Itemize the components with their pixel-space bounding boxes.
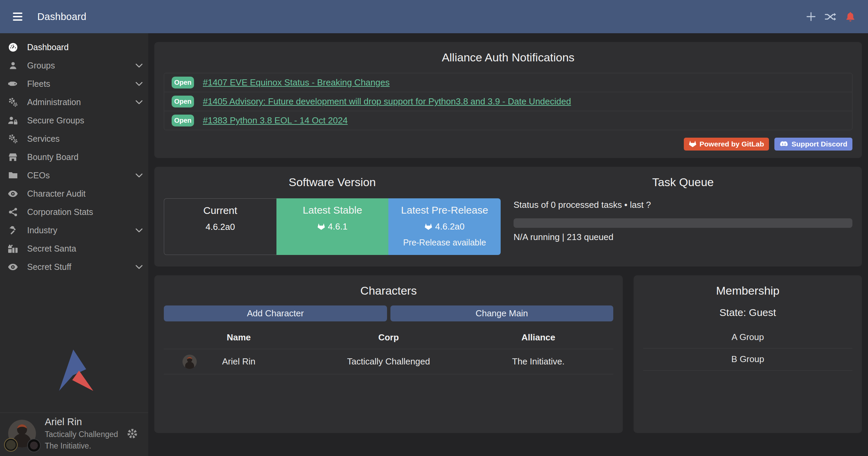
task-queue-section: Task Queue Status of 0 processed tasks •… [508,176,852,255]
latest-prerelease-value: 4.6.2a0 [435,221,465,232]
group-item: B Group [643,349,852,371]
discord-badge-label: Support Discord [791,140,847,148]
chevron-down-icon [135,173,143,178]
membership-panel: Membership State: Guest A Group B Group [634,275,862,433]
membership-groups-list: A Group B Group [643,326,852,371]
gears-icon [7,134,18,144]
sidebar-item-label: Secure Groups [27,116,84,125]
sidebar-item-industry[interactable]: Industry [0,221,148,239]
shuttle-icon [7,79,18,88]
gauge-icon [7,42,18,52]
sidebar-item-dashboard[interactable]: Dashboard [0,38,148,56]
chevron-down-icon [135,265,143,269]
gears-icon [7,97,18,107]
notification-row: Open#1383 Python 3.8 EOL - 14 Oct 2024 [164,111,852,130]
add-character-button[interactable]: Add Character [164,305,387,321]
col-header-name: Name [164,328,314,349]
sidebar-item-ceos[interactable]: CEOs [0,166,148,184]
change-main-button[interactable]: Change Main [390,305,614,321]
user-avatar[interactable] [8,420,36,448]
group-item: A Group [643,326,852,349]
sidebar-item-fleets[interactable]: Fleets [0,75,148,93]
sidebar-item-label: CEOs [27,171,50,180]
version-and-taskqueue-panel: Software Version Current 4.6.2a0 Latest … [154,167,862,266]
status-badge: Open [172,96,194,107]
eye-icon [7,263,18,271]
powered-by-gitlab-badge[interactable]: Powered by GitLab [684,138,769,151]
status-badge: Open [172,77,194,88]
sidebar-item-label: Bounty Board [27,152,79,162]
character-portrait [182,355,197,369]
sidebar-item-label: Character Audit [27,189,85,199]
eye-icon [7,190,18,197]
notification-row: Open#1405 Advisory: Future development w… [164,92,852,111]
sidebar-item-secret-santa[interactable]: Secret Santa [0,239,148,258]
latest-stable-box: Latest Stable 4.6.1 [276,198,389,255]
col-header-corp: Corp [314,328,464,349]
sidebar-item-label: Dashboard [27,42,69,52]
task-queue-progressbar [514,218,852,228]
notifications-list: Open#1407 EVE Equinox Status - Breaking … [164,73,852,130]
sidebar-item-label: Groups [27,61,55,71]
share-nodes-icon [7,207,18,217]
notifications-title: Alliance Auth Notifications [164,51,852,64]
chevron-down-icon [135,63,143,68]
sidebar: DashboardGroupsFleetsAdministrationSecur… [0,33,148,456]
latest-prerelease-box: Latest Pre-Release 4.6.2a0 Pre-Release a… [388,198,501,255]
shuffle-icon[interactable] [825,11,837,23]
corp-logo-badge [4,438,18,452]
status-badge: Open [172,115,194,126]
sidebar-item-secret-stuff[interactable]: Secret Stuff [0,258,148,276]
hamburger-menu-icon[interactable] [13,13,22,21]
user-name: Ariel Rin [45,416,118,428]
settings-gear-icon[interactable] [127,428,138,439]
sidebar-item-administration[interactable]: Administration [0,93,148,111]
notification-link[interactable]: #1383 Python 3.8 EOL - 14 Oct 2024 [203,115,348,126]
top-navbar: Dashboard [0,0,868,33]
notification-link[interactable]: #1407 EVE Equinox Status - Breaking Chan… [203,77,390,88]
gifts-icon [7,244,18,253]
col-header-alliance: Alliance [463,328,613,349]
software-version-title: Software Version [164,176,501,189]
main-content: Alliance Auth Notifications Open#1407 EV… [148,33,868,456]
store-icon [7,153,18,161]
notification-link[interactable]: #1405 Advisory: Future development will … [203,96,571,107]
sidebar-item-groups[interactable]: Groups [0,56,148,75]
characters-table: Name Corp Alliance [164,328,613,374]
notification-row: Open#1407 EVE Equinox Status - Breaking … [164,73,852,92]
task-queue-title: Task Queue [514,176,852,189]
membership-title: Membership [643,284,852,297]
characters-panel: Characters Add Character Change Main Nam… [154,275,623,433]
hammer-icon [7,225,18,235]
current-version-value: 4.6.2a0 [206,222,235,232]
sidebar-item-services[interactable]: Services [0,130,148,148]
gitlab-icon [689,141,696,147]
sidebar-item-bounty-board[interactable]: Bounty Board [0,148,148,166]
sidebar-item-label: Secret Santa [27,244,76,254]
alliance-auth-notifications-panel: Alliance Auth Notifications Open#1407 EV… [154,42,862,158]
plus-icon[interactable] [805,11,817,23]
character-corp: Tactically Challenged [314,349,464,374]
character-name: Ariel Rin [222,356,255,366]
sidebar-item-label: Services [27,134,60,144]
sidebar-item-character-audit[interactable]: Character Audit [0,184,148,203]
software-version-section: Software Version Current 4.6.2a0 Latest … [164,176,508,255]
user-lock-icon [7,116,18,125]
chevron-down-icon [135,228,143,233]
latest-stable-value: 4.6.1 [328,221,348,232]
page-title: Dashboard [37,11,86,22]
user-corp: Tactically Challenged [45,430,118,439]
task-queue-status: Status of 0 processed tasks • last ? [514,200,852,210]
support-discord-badge[interactable]: Support Discord [774,138,852,151]
sidebar-item-label: Secret Stuff [27,262,71,272]
sidebar-item-label: Fleets [27,79,50,89]
sidebar-item-secure-groups[interactable]: Secure Groups [0,111,148,130]
sidebar-item-corporation-stats[interactable]: Corporation Stats [0,203,148,221]
sidebar-item-label: Administration [27,97,81,107]
bell-icon[interactable] [844,11,856,23]
sidebar-menu: DashboardGroupsFleetsAdministrationSecur… [0,33,148,276]
characters-title: Characters [164,284,613,297]
sidebar-item-label: Corporation Stats [27,207,93,217]
alliance-auth-logo [53,349,95,392]
prerelease-note: Pre-Release available [388,238,501,247]
